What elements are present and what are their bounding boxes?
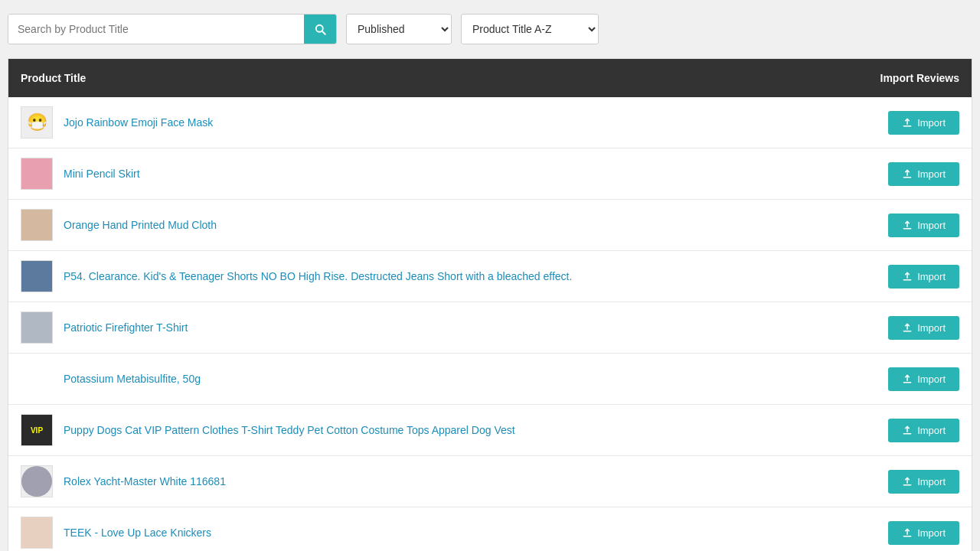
import-button[interactable]: Import: [888, 214, 959, 237]
table-row: VIP Puppy Dogs Cat VIP Pattern Clothes T…: [8, 405, 972, 456]
import-button[interactable]: Import: [888, 162, 959, 186]
upload-icon: [902, 476, 913, 487]
product-thumbnail: [21, 312, 52, 343]
upload-icon: [902, 425, 913, 435]
thumbnail-wrapper: [21, 465, 53, 497]
import-button[interactable]: Import: [888, 470, 959, 494]
upload-icon: [902, 322, 913, 333]
product-title[interactable]: Mini Pencil Skirt: [64, 168, 888, 180]
table-row: Patriotic Firefighter T-Shirt Import: [8, 302, 972, 354]
product-title[interactable]: Patriotic Firefighter T-Shirt: [64, 321, 888, 334]
product-thumbnail: [21, 158, 52, 189]
product-title[interactable]: TEEK - Love Up Lace Knickers: [64, 527, 888, 539]
search-button[interactable]: [304, 14, 336, 44]
import-button[interactable]: Import: [888, 111, 959, 135]
thumbnail-wrapper: 😷: [21, 106, 53, 139]
product-title[interactable]: Orange Hand Printed Mud Cloth: [64, 219, 888, 231]
table-row: Orange Hand Printed Mud Cloth Import: [8, 200, 972, 251]
status-filter[interactable]: PublishedUnpublishedAll: [346, 14, 452, 44]
import-button[interactable]: Import: [888, 419, 959, 442]
table-row: Mini Pencil Skirt Import: [8, 148, 972, 200]
thumbnail-wrapper: [21, 311, 53, 344]
table-row: TEEK - Love Up Lace Knickers Import: [8, 507, 972, 551]
column-title-header: Product Title: [21, 72, 837, 84]
products-table: Product Title Import Reviews 😷 Jojo Rain…: [8, 58, 972, 551]
product-thumbnail: [21, 210, 52, 240]
column-import-header: Import Reviews: [837, 72, 959, 84]
upload-icon: [902, 527, 913, 538]
sort-select[interactable]: Product Title A-ZProduct Title Z-ANewest…: [461, 14, 599, 44]
import-button[interactable]: Import: [888, 521, 959, 545]
table-row: 😷 Jojo Rainbow Emoji Face Mask Import: [8, 97, 972, 148]
product-thumbnail: [21, 517, 52, 548]
search-input[interactable]: [8, 15, 304, 44]
import-button[interactable]: Import: [888, 316, 959, 340]
thumbnail-wrapper: [21, 209, 53, 241]
thumbnail-wrapper: [21, 158, 53, 190]
thumbnail-wrapper: [21, 517, 53, 549]
table-row: Potassium Metabisulfite, 50g Import: [8, 354, 972, 405]
thumbnail-wrapper: [21, 363, 53, 395]
toolbar: PublishedUnpublishedAll Product Title A-…: [8, 8, 972, 51]
upload-icon: [902, 168, 913, 179]
upload-icon: [902, 220, 913, 230]
product-title[interactable]: P54. Clearance. Kid's & Teenager Shorts …: [64, 270, 888, 282]
import-button[interactable]: Import: [888, 265, 959, 289]
product-thumbnail: [21, 261, 52, 292]
product-title[interactable]: Rolex Yacht-Master White 116681: [64, 475, 888, 487]
search-wrapper: [8, 14, 337, 44]
product-thumbnail: [21, 466, 52, 497]
product-title[interactable]: Puppy Dogs Cat VIP Pattern Clothes T-Shi…: [64, 424, 888, 436]
upload-icon: [902, 373, 913, 384]
upload-icon: [902, 117, 913, 128]
upload-icon: [902, 271, 913, 282]
product-title[interactable]: Jojo Rainbow Emoji Face Mask: [64, 116, 888, 129]
product-thumbnail: 😷: [27, 112, 47, 132]
table-row: Rolex Yacht-Master White 116681 Import: [8, 456, 972, 507]
import-button[interactable]: Import: [888, 367, 959, 391]
search-icon: [313, 22, 327, 36]
thumbnail-wrapper: VIP: [21, 414, 53, 446]
thumbnail-wrapper: [21, 260, 53, 292]
product-list: 😷 Jojo Rainbow Emoji Face Mask Import Mi…: [8, 97, 972, 551]
table-row: P54. Clearance. Kid's & Teenager Shorts …: [8, 251, 972, 302]
table-header: Product Title Import Reviews: [8, 59, 972, 97]
product-title[interactable]: Potassium Metabisulfite, 50g: [64, 373, 888, 385]
product-thumbnail: VIP: [21, 415, 52, 445]
